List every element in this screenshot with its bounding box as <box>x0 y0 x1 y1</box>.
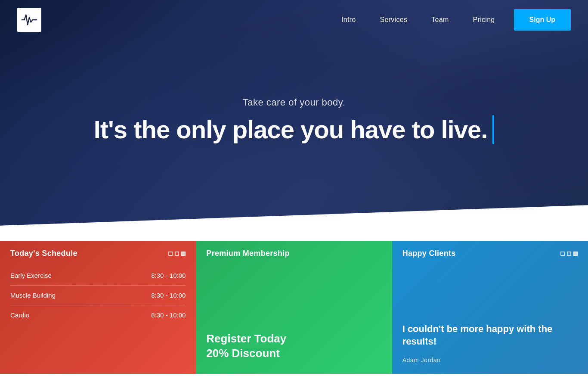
membership-cta-line2: 20% Discount <box>206 347 280 360</box>
schedule-name-3: Cardio <box>10 311 29 319</box>
nav-item-services[interactable]: Services <box>368 11 419 29</box>
nav-links: Intro Services Team Pricing Sign Up <box>329 9 571 31</box>
schedule-card-header: Today's Schedule <box>10 249 186 258</box>
cards-section: Today's Schedule Early Exercise 8:30 - 1… <box>0 240 588 374</box>
membership-card: Premium Membership Register Today 20% Di… <box>196 240 392 374</box>
membership-card-inner: Premium Membership Register Today 20% Di… <box>196 240 392 374</box>
clients-card: Happy Clients I couldn't be more happy w… <box>392 240 588 374</box>
schedule-name-2: Muscle Building <box>10 292 56 299</box>
clients-dot-3 <box>573 252 578 256</box>
schedule-card: Today's Schedule Early Exercise 8:30 - 1… <box>0 240 196 374</box>
nav-item-intro[interactable]: Intro <box>329 11 368 29</box>
hero-title-text: It's the only place you have to live. <box>94 116 488 143</box>
clients-dot-2 <box>567 252 571 256</box>
clients-card-inner: Happy Clients I couldn't be more happy w… <box>392 240 588 374</box>
clients-card-header: Happy Clients <box>402 249 578 258</box>
dot-2 <box>175 252 179 256</box>
testimonial-author: Adam Jordan <box>402 357 578 364</box>
schedule-name-1: Early Exercise <box>10 272 52 279</box>
schedule-time-3: 8:30 - 10:00 <box>151 311 186 319</box>
schedule-title: Today's Schedule <box>10 249 77 258</box>
signup-button[interactable]: Sign Up <box>514 9 571 31</box>
nav-item-team[interactable]: Team <box>419 11 461 29</box>
hero-content: Take care of your body. It's the only pl… <box>94 97 495 144</box>
navbar: Intro Services Team Pricing Sign Up <box>0 0 588 40</box>
membership-card-header: Premium Membership <box>206 249 381 258</box>
dot-1 <box>168 252 173 256</box>
schedule-card-inner: Today's Schedule Early Exercise 8:30 - 1… <box>0 240 196 374</box>
clients-dots <box>560 252 578 256</box>
dot-3 <box>181 252 186 256</box>
schedule-row-2: Muscle Building 8:30 - 10:00 <box>10 286 186 305</box>
schedule-dots <box>168 252 186 256</box>
membership-title: Premium Membership <box>206 249 289 258</box>
hero-subtitle: Take care of your body. <box>94 97 495 108</box>
schedule-time-2: 8:30 - 10:00 <box>151 292 186 299</box>
logo[interactable] <box>17 8 41 32</box>
nav-item-pricing[interactable]: Pricing <box>461 11 507 29</box>
hero-title: It's the only place you have to live. <box>94 115 495 144</box>
membership-cta: Register Today 20% Discount <box>206 332 381 361</box>
membership-cta-line1: Register Today <box>206 332 286 345</box>
clients-dot-1 <box>560 252 565 256</box>
schedule-time-1: 8:30 - 10:00 <box>151 272 186 279</box>
hero-cursor <box>492 115 494 144</box>
schedule-row-1: Early Exercise 8:30 - 10:00 <box>10 266 186 286</box>
schedule-row-3: Cardio 8:30 - 10:00 <box>10 305 186 325</box>
clients-title: Happy Clients <box>402 249 456 258</box>
testimonial-quote: I couldn't be more happy with the result… <box>402 323 578 348</box>
